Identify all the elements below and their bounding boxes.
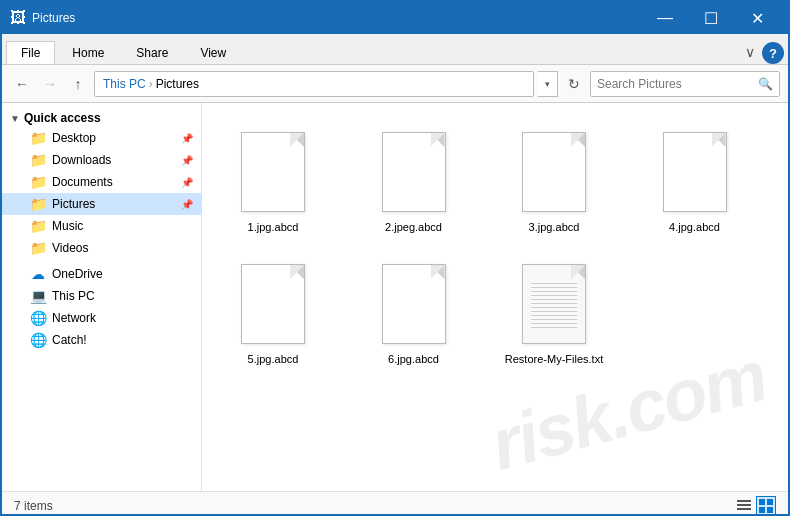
svg-rect-2 — [737, 508, 751, 510]
file-item[interactable]: 3.jpg.abcd — [499, 119, 609, 243]
svg-rect-6 — [767, 507, 773, 513]
breadcrumb: This PC › Pictures — [94, 71, 534, 97]
line — [531, 303, 577, 304]
sidebar-item-thispc[interactable]: 💻 This PC — [2, 285, 201, 307]
file-name: 4.jpg.abcd — [669, 220, 720, 234]
forward-button[interactable]: → — [38, 72, 62, 96]
file-area: risk.com 1.jpg.abcd — [202, 103, 788, 491]
file-item[interactable]: Restore-My-Files.txt — [499, 251, 609, 375]
svg-rect-3 — [759, 499, 765, 505]
file-page — [382, 264, 446, 344]
file-item[interactable]: 5.jpg.abcd — [218, 251, 328, 375]
sidebar-item-onedrive[interactable]: ☁ OneDrive — [2, 263, 201, 285]
file-name: 1.jpg.abcd — [248, 220, 299, 234]
ribbon-collapse-button[interactable]: ∨ — [738, 40, 762, 64]
file-lines — [531, 283, 577, 328]
search-input[interactable] — [597, 77, 758, 91]
search-bar: 🔍 — [590, 71, 780, 97]
grid-view-icon — [759, 499, 773, 513]
folder-icon: 📁 — [30, 152, 46, 168]
file-icon — [378, 128, 450, 216]
file-icon — [237, 128, 309, 216]
svg-rect-5 — [759, 507, 765, 513]
status-bar: 7 items — [2, 491, 788, 516]
folder-icon: 📁 — [30, 174, 46, 190]
files-grid: 1.jpg.abcd 2.jpeg.abcd — [218, 119, 772, 376]
network-icon: 🌐 — [30, 310, 46, 326]
folder-icon: 📁 — [30, 130, 46, 146]
svg-rect-1 — [737, 504, 751, 506]
grid-view-button[interactable] — [756, 496, 776, 516]
file-item[interactable]: 2.jpeg.abcd — [359, 119, 469, 243]
title-bar: 🖼 Pictures — ☐ ✕ — [2, 2, 788, 34]
computer-icon: 💻 — [30, 288, 46, 304]
file-item[interactable]: 4.jpg.abcd — [640, 119, 750, 243]
sidebar-item-quick-access[interactable]: ▼ Quick access — [2, 107, 201, 127]
file-item[interactable]: 1.jpg.abcd — [218, 119, 328, 243]
up-button[interactable]: ↑ — [66, 72, 90, 96]
file-name: 5.jpg.abcd — [248, 352, 299, 366]
file-icon — [378, 260, 450, 348]
tab-view[interactable]: View — [185, 41, 241, 64]
list-view-button[interactable] — [734, 496, 754, 516]
sidebar-item-network[interactable]: 🌐 Network — [2, 307, 201, 329]
line — [531, 307, 577, 308]
sidebar-item-downloads[interactable]: 📁 Downloads 📌 — [2, 149, 201, 171]
view-buttons — [734, 496, 776, 516]
svg-rect-0 — [737, 500, 751, 502]
catch-icon: 🌐 — [30, 332, 46, 348]
file-item[interactable]: 6.jpg.abcd — [359, 251, 469, 375]
sidebar-label-network: Network — [52, 311, 96, 325]
sidebar-item-desktop[interactable]: 📁 Desktop 📌 — [2, 127, 201, 149]
tab-home[interactable]: Home — [57, 41, 119, 64]
maximize-button[interactable]: ☐ — [688, 2, 734, 34]
help-button[interactable]: ? — [762, 42, 784, 64]
minimize-button[interactable]: — — [642, 2, 688, 34]
sidebar-item-pictures[interactable]: 📁 Pictures 📌 — [2, 193, 201, 215]
close-button[interactable]: ✕ — [734, 2, 780, 34]
tab-file[interactable]: File — [6, 41, 55, 64]
file-name: 2.jpeg.abcd — [385, 220, 442, 234]
pin-icon-pictures: 📌 — [181, 199, 193, 210]
folder-icon: 📁 — [30, 240, 46, 256]
ribbon-tabs: File Home Share View ∨ ? — [2, 34, 788, 64]
address-bar: ← → ↑ This PC › Pictures ▾ ↻ 🔍 — [2, 65, 788, 103]
sidebar-item-music[interactable]: 📁 Music — [2, 215, 201, 237]
sidebar-item-catch[interactable]: 🌐 Catch! — [2, 329, 201, 351]
breadcrumb-thispc[interactable]: This PC — [103, 77, 146, 91]
sidebar-item-documents[interactable]: 📁 Documents 📌 — [2, 171, 201, 193]
file-name: 3.jpg.abcd — [529, 220, 580, 234]
line — [531, 283, 577, 284]
file-page — [663, 132, 727, 212]
breadcrumb-separator-1: › — [149, 77, 153, 91]
file-name: Restore-My-Files.txt — [505, 352, 603, 366]
line — [531, 327, 577, 328]
ribbon: File Home Share View ∨ ? — [2, 34, 788, 65]
file-page — [522, 132, 586, 212]
line — [531, 319, 577, 320]
folder-icon: 📁 — [30, 218, 46, 234]
back-button[interactable]: ← — [10, 72, 34, 96]
pin-icon-desktop: 📌 — [181, 133, 193, 144]
svg-rect-4 — [767, 499, 773, 505]
sidebar-label-videos: Videos — [52, 241, 88, 255]
window-controls: — ☐ ✕ — [642, 2, 780, 34]
sidebar-item-videos[interactable]: 📁 Videos — [2, 237, 201, 259]
tab-share[interactable]: Share — [121, 41, 183, 64]
file-page — [382, 132, 446, 212]
sidebar-label-catch: Catch! — [52, 333, 87, 347]
sidebar-label-documents: Documents — [52, 175, 113, 189]
line — [531, 299, 577, 300]
line — [531, 295, 577, 296]
onedrive-icon: ☁ — [30, 266, 46, 282]
file-icon — [518, 260, 590, 348]
list-view-icon — [737, 499, 751, 513]
chevron-icon: ▼ — [10, 113, 20, 124]
refresh-button[interactable]: ↻ — [562, 72, 586, 96]
folder-icon: 📁 — [30, 196, 46, 212]
quick-access-label: Quick access — [24, 111, 101, 125]
window-title: Pictures — [32, 11, 642, 25]
line — [531, 291, 577, 292]
window-icon: 🖼 — [10, 9, 26, 27]
address-dropdown[interactable]: ▾ — [538, 71, 558, 97]
